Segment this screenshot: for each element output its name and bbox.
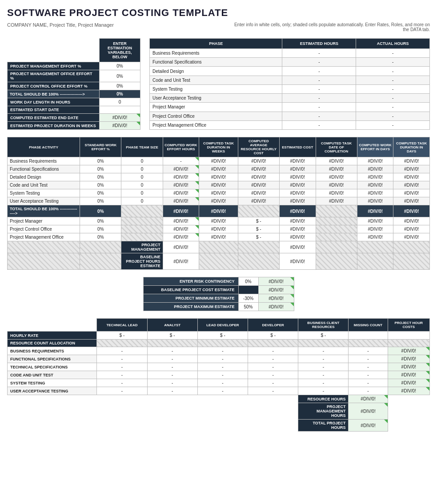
resource-data-row: BUSINESS REQUIREMENTS------#DIV/0! [8,347,430,355]
hourly-rate-value[interactable]: $ - [298,332,349,340]
resource-cell[interactable]: - [147,347,197,355]
resource-cell[interactable]: - [298,363,349,371]
hourly-rate-value[interactable]: $ - [97,332,147,340]
activity-name: User Acceptance Testing [8,197,80,205]
activity-hours: #DIV/0! [163,189,199,197]
resource-cell[interactable]: - [97,379,147,387]
summary-label: PROJECT MANAGEMENT [121,241,163,253]
est-row-value[interactable] [100,106,140,114]
resource-cell[interactable]: - [147,379,197,387]
resource-cell: - [349,379,388,387]
resource-data-row: CODE AND UNIT TEST------#DIV/0! [8,371,430,379]
summary-row: PROJECT MANAGEMENT #DIV/0! #DIV/0! [8,241,430,253]
activity-pct[interactable]: 0% [80,197,121,205]
risk-pct: -30% [238,294,258,303]
resource-row-label: SYSTEM TESTING [8,379,97,387]
resource-cell[interactable]: - [298,387,349,395]
resource-cell: - [349,387,388,395]
activity-pct[interactable]: 0% [80,173,121,181]
risk-pct[interactable]: 0% [238,277,258,286]
est-row-value[interactable]: 0% [100,90,140,98]
summary-cost: #DIV/0! [279,253,316,270]
activity-team[interactable]: 0 [121,157,163,165]
phase-name: Detailed Design [150,67,282,76]
mgmt-avg: $ - [238,225,279,233]
resource-cell[interactable]: - [197,347,248,355]
phase-est-hours: - [282,84,356,93]
resource-cell[interactable]: - [248,347,298,355]
resource-col-header: MISSING COUNT [349,319,388,332]
footer-label: TOTAL PROJECT HOURS [298,420,349,432]
resource-data-row: USER ACCEPTANCE TESTING------#DIV/0! [8,387,430,395]
resource-cell[interactable]: - [97,363,147,371]
activity-team[interactable]: 0 [121,173,163,181]
hourly-rate-value[interactable]: $ - [147,332,197,340]
allocation-label: RESOURCE COUNT ALLOCATION [8,340,97,347]
est-row-value[interactable]: 0 [100,98,140,106]
main-col-header: ESTIMATED COST [279,137,316,157]
phase-est-hours: - [282,120,356,129]
resource-cell[interactable]: - [97,371,147,379]
activity-pct[interactable]: 0% [80,189,121,197]
resource-cell[interactable]: - [298,355,349,363]
activity-pct[interactable]: 0% [80,157,121,165]
resource-cell[interactable]: - [147,371,197,379]
activity-dur: #DIV/0! [393,157,430,165]
main-activity-table: PHASE ACTIVITYSTANDARD WORK EFFORT %PHAS… [7,137,430,270]
resource-cell[interactable]: - [248,355,298,363]
mgmt-hours: #DIV/0! [163,225,199,233]
mgmt-hours: #DIV/0! [163,233,199,241]
resource-cell[interactable]: - [197,371,248,379]
activity-name: Functional Specifications [8,165,80,173]
risk-label: BASELINE PROJECT COST ESTIMATE [143,286,238,294]
main-col-header: STANDARD WORK EFFORT % [80,137,121,157]
resource-cell[interactable]: - [97,347,147,355]
phase-name: Functional Specifications [150,58,282,67]
hourly-rate-row: HOURLY RATE$ -$ -$ -$ -$ - [8,332,430,340]
resource-cell[interactable]: - [298,371,349,379]
resource-cell[interactable]: - [248,363,298,371]
activity-name: Detailed Design [8,173,80,181]
resource-data-row: SYSTEM TESTING------#DIV/0! [8,379,430,387]
activity-pct[interactable]: 0% [80,165,121,173]
resource-footer-row: TOTAL PROJECT HOURS#DIV/0! [8,420,430,432]
est-row-value[interactable]: 0% [100,70,140,82]
resource-cell[interactable]: - [197,387,248,395]
hourly-rate-value[interactable] [349,332,388,340]
hourly-rate-value[interactable]: $ - [248,332,298,340]
page-title: SOFTWARE PROJECT COSTING TEMPLATE [7,7,430,19]
resource-cell[interactable]: - [248,371,298,379]
resource-cell[interactable]: - [147,387,197,395]
est-row-label: ESTIMATED START DATE [8,106,100,114]
phase-name: Business Requirements [150,49,282,58]
resource-cell[interactable]: - [97,355,147,363]
hourly-rate-value[interactable] [388,332,429,340]
total-label: TOTAL SHOULD BE 100% -----------------> [8,205,80,217]
resource-col-header: DEVELOPER [248,319,298,332]
resource-cell[interactable]: - [147,355,197,363]
activity-avg-cost: #DIV/0! [238,165,279,173]
activity-team[interactable]: 0 [121,181,163,189]
est-row-value[interactable]: 0% [100,82,140,90]
resource-cell[interactable]: - [197,355,248,363]
activity-team[interactable]: 0 [121,165,163,173]
activity-pct[interactable]: 0% [80,181,121,189]
resource-cell[interactable]: - [147,363,197,371]
total-pct: 0% [80,205,121,217]
activity-team[interactable]: 0 [121,189,163,197]
resource-cell[interactable]: - [97,387,147,395]
main-col-header: PHASE TEAM SIZE [121,137,163,157]
phase-name: User Acceptance Testing [150,94,282,103]
resource-col-header: BUSINESS CLIENT RESOURCES [298,319,349,332]
resource-cell[interactable]: - [248,379,298,387]
resource-cell[interactable]: - [298,347,349,355]
hourly-rate-value[interactable]: $ - [197,332,248,340]
resource-row-label: BUSINESS REQUIREMENTS [8,347,97,355]
est-row-value[interactable]: 0% [100,62,140,70]
resource-cell[interactable]: - [298,379,349,387]
resource-cell[interactable]: - [248,387,298,395]
activity-team[interactable]: 0 [121,197,163,205]
resource-cell[interactable]: - [197,379,248,387]
resource-cell[interactable]: - [197,363,248,371]
activity-dur: #DIV/0! [393,165,430,173]
